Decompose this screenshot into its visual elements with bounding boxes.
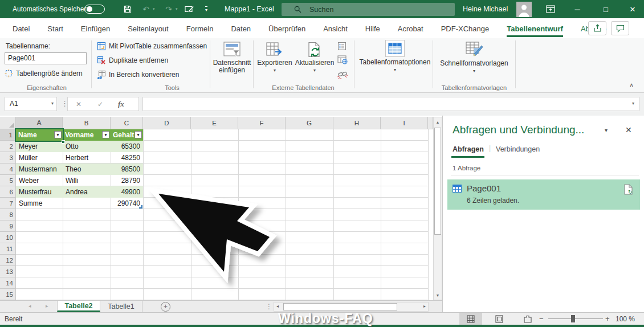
scroll-up-icon[interactable]: ▲ xyxy=(434,117,442,126)
scroll-right-icon[interactable]: ▸ xyxy=(423,304,426,309)
comments-button[interactable] xyxy=(611,21,629,35)
filter-button[interactable]: ▾ xyxy=(134,131,142,138)
table-cell[interactable]: 65300 xyxy=(111,141,143,152)
cancel-entry-icon[interactable]: ✕ xyxy=(76,100,81,108)
query-document-icon[interactable]: ↻ xyxy=(624,184,633,195)
vertical-scrollbar[interactable]: ▲ ▼ xyxy=(433,117,442,300)
redo-dropdown-icon[interactable]: ▾ xyxy=(176,7,178,11)
table-cell[interactable]: Musterfrau xyxy=(16,186,63,198)
row-header-12[interactable]: 12 xyxy=(0,255,16,266)
table-name-input[interactable]: Page001 xyxy=(5,52,87,64)
tab-ueberpruefen[interactable]: Überprüfen xyxy=(268,19,305,37)
close-button[interactable]: ✕ xyxy=(621,0,644,18)
formula-input[interactable]: ▾ xyxy=(142,97,639,111)
maximize-button[interactable]: □ xyxy=(594,0,617,18)
zoom-level[interactable]: 100 % xyxy=(616,315,635,323)
column-header-i[interactable]: I xyxy=(381,117,428,129)
row-header-5[interactable]: 5 xyxy=(0,175,16,186)
column-header-a[interactable]: A xyxy=(16,117,63,129)
table-cell[interactable] xyxy=(63,198,111,209)
vertical-scroll-thumb[interactable] xyxy=(434,128,441,235)
tab-datei[interactable]: Datei xyxy=(13,19,30,37)
sheet-tab-tabelle1[interactable]: Tabelle1 xyxy=(100,301,142,312)
drag-dots-icon[interactable]: ⋮ xyxy=(266,303,272,310)
open-in-browser-button[interactable] xyxy=(337,55,348,66)
view-normal-button[interactable] xyxy=(459,313,482,325)
convert-to-range-button[interactable]: In Bereich konvertieren xyxy=(97,70,179,79)
tab-einfuegen[interactable]: Einfügen xyxy=(81,19,110,37)
table-cell[interactable]: Müller xyxy=(16,152,63,164)
undo-button[interactable]: ↶ xyxy=(140,3,152,15)
table-cell[interactable]: 28790 xyxy=(111,175,143,186)
tab-tabellenentwurf[interactable]: Tabellenentwurf xyxy=(507,19,563,37)
resize-table-button[interactable]: Tabellengröße ändern xyxy=(5,69,83,77)
expand-formula-bar-icon[interactable]: ▾ xyxy=(632,101,634,106)
autosave-toggle[interactable] xyxy=(84,5,105,14)
pane-close-icon[interactable]: ✕ xyxy=(625,125,632,134)
collapse-ribbon-button[interactable]: ∧ xyxy=(629,81,634,89)
view-page-break-button[interactable] xyxy=(516,313,539,325)
minimize-button[interactable]: ─ xyxy=(566,0,589,18)
tab-seitenlayout[interactable]: Seitenlayout xyxy=(128,19,169,37)
search-input[interactable]: Suchen xyxy=(282,3,455,16)
table-header-gehalt[interactable]: Gehalt ▾ xyxy=(111,129,143,141)
tab-acrobat[interactable]: Acrobat xyxy=(398,19,423,37)
row-header-6[interactable]: 6 xyxy=(0,186,16,198)
row-header-13[interactable]: 13 xyxy=(0,266,16,277)
insert-slicer-button[interactable]: Datenschnitteinfügen xyxy=(212,40,252,89)
query-list-item[interactable]: Page001 6 Zeilen geladen. ↻ xyxy=(447,179,640,210)
table-cell[interactable]: Otto xyxy=(63,141,111,152)
zoom-slider-thumb[interactable] xyxy=(571,315,575,322)
summarize-pivottable-button[interactable]: Mit PivotTable zusammenfassen xyxy=(97,42,207,51)
row-header-3[interactable]: 3 xyxy=(0,152,16,164)
row-header-1[interactable]: 1 xyxy=(0,129,16,141)
table-cell[interactable]: 48250 xyxy=(111,152,143,164)
tab-ansicht[interactable]: Ansicht xyxy=(323,19,348,37)
filter-button[interactable]: ▾ xyxy=(102,131,109,138)
name-box-dropdown-icon[interactable]: ▾ xyxy=(51,101,54,106)
avatar[interactable] xyxy=(516,2,532,17)
column-header-g[interactable]: G xyxy=(286,117,333,129)
table-cell[interactable]: Theo xyxy=(63,164,111,175)
column-header-e[interactable]: E xyxy=(191,117,238,129)
name-box[interactable]: A1 ▾ xyxy=(5,97,57,111)
sheet-nav-left-icon[interactable]: ◂ xyxy=(28,303,31,309)
horizontal-scroll-thumb[interactable] xyxy=(283,303,397,310)
row-header-7[interactable]: 7 xyxy=(0,198,16,209)
row-header-14[interactable]: 14 xyxy=(0,277,16,289)
row-header-10[interactable]: 10 xyxy=(0,232,16,243)
view-page-layout-button[interactable] xyxy=(488,313,511,325)
ribbon-display-options-button[interactable] xyxy=(545,3,556,15)
select-all-corner[interactable] xyxy=(0,117,16,129)
customize-qat-button[interactable]: ▾ xyxy=(201,3,212,15)
export-button[interactable]: Exportieren ▾ xyxy=(255,40,294,89)
remove-duplicates-button[interactable]: Duplikate entfernen xyxy=(97,56,168,65)
save-button[interactable] xyxy=(122,3,133,15)
horizontal-scrollbar[interactable]: ◂ ▸ xyxy=(274,302,429,312)
row-header-15[interactable]: 15 xyxy=(0,289,16,300)
column-header-h[interactable]: H xyxy=(333,117,381,129)
pane-dropdown-icon[interactable]: ▾ xyxy=(605,127,608,133)
table-cell[interactable]: Willi xyxy=(63,175,111,186)
table-cell[interactable]: 49900 xyxy=(111,186,143,198)
pane-tab-abfragen[interactable]: Abfragen xyxy=(453,145,484,153)
share-button[interactable] xyxy=(588,21,606,35)
table-cell[interactable]: Meyer xyxy=(16,141,63,152)
table-cell[interactable]: 98500 xyxy=(111,164,143,175)
column-header-b[interactable]: B xyxy=(63,117,111,129)
table-resize-handle[interactable] xyxy=(139,205,142,209)
unlink-button[interactable] xyxy=(337,69,348,81)
sheet-nav-right-icon[interactable]: ▸ xyxy=(46,303,48,309)
column-header-c[interactable]: C xyxy=(111,117,143,129)
row-header-9[interactable]: 9 xyxy=(0,220,16,232)
redo-button[interactable]: ↷ xyxy=(163,3,174,15)
row-header-2[interactable]: 2 xyxy=(0,141,16,152)
tab-pdf-xchange[interactable]: PDF-XChange xyxy=(441,19,490,37)
row-header-4[interactable]: 4 xyxy=(0,164,16,175)
tab-hilfe[interactable]: Hilfe xyxy=(365,19,380,37)
tab-formeln[interactable]: Formeln xyxy=(186,19,214,37)
table-cell[interactable]: Mustermann xyxy=(16,164,63,175)
pane-tab-verbindungen[interactable]: Verbindungen xyxy=(496,145,540,153)
row-header-8[interactable]: 8 xyxy=(0,209,16,220)
table-cell[interactable]: Summe xyxy=(16,198,63,209)
